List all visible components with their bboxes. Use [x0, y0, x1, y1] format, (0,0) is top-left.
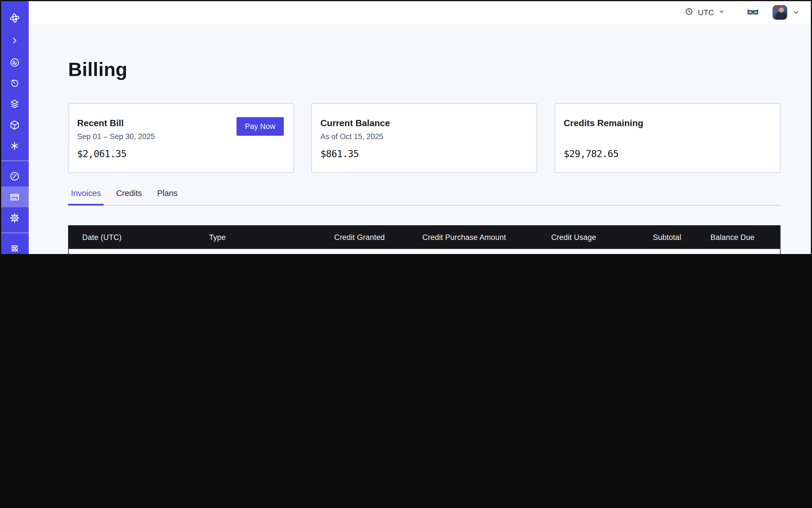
- sidebar-item-usage[interactable]: [0, 166, 29, 186]
- eye-spiral-icon: [9, 56, 20, 68]
- column-header-balance-due: Balance Due: [681, 226, 780, 249]
- page-title: Billing: [68, 58, 812, 81]
- column-header-date: Date (UTC): [69, 226, 209, 249]
- credit-card-icon: [9, 191, 20, 203]
- summary-cards: Recent Bill Sep 01 – Sep 30, 2025 $2,061…: [68, 103, 780, 173]
- history-clock-icon: [9, 77, 20, 89]
- helm-icon: [9, 243, 20, 254]
- 3d-glasses-icon[interactable]: [747, 7, 759, 17]
- sidebar-item-layers[interactable]: [0, 93, 29, 114]
- column-header-subtotal: Subtotal: [596, 226, 681, 249]
- sidebar-item-expand[interactable]: [0, 29, 29, 52]
- card-title: Credits Remaining: [564, 118, 771, 128]
- main-content: Billing Recent Bill Sep 01 – Sep 30, 202…: [29, 25, 812, 254]
- tab-invoices[interactable]: Invoices: [68, 189, 103, 205]
- column-header-credit-usage: Credit Usage: [506, 226, 596, 249]
- tab-credits[interactable]: Credits: [113, 189, 145, 205]
- sidebar-item-settings[interactable]: [0, 207, 29, 228]
- cube-icon: [9, 119, 20, 130]
- credits-remaining-card: Credits Remaining $29,782.65: [555, 103, 780, 173]
- column-header-type: Type: [209, 226, 316, 249]
- sidebar-item-services[interactable]: [0, 135, 29, 156]
- sidebar-item-support[interactable]: [0, 238, 29, 254]
- pay-now-button[interactable]: Pay Now: [237, 117, 284, 136]
- table-header-row: Date (UTC) Type Credit Granted Credit Pu…: [69, 226, 780, 249]
- invoices-table: Date (UTC) Type Credit Granted Credit Pu…: [68, 225, 780, 254]
- sidebar-item-resources[interactable]: [0, 114, 29, 135]
- topbar: UTC: [29, 0, 812, 25]
- recent-bill-amount: $2,061.35: [77, 148, 126, 159]
- billing-tabs: Invoices Credits Plans: [68, 189, 780, 206]
- sidebar-divider: [0, 161, 29, 161]
- chevron-down-icon: [718, 7, 725, 17]
- invoice-row: Sept 01 – 30, 2024 Cloud Usage Pending $…: [69, 249, 780, 254]
- column-header-credit-purchase-amount: Credit Purchase Amount: [385, 226, 506, 249]
- current-balance-amount: $861.35: [320, 148, 359, 159]
- chevron-right-icon: [9, 36, 19, 46]
- sidebar-item-billing[interactable]: [0, 186, 29, 207]
- clock-icon: [684, 6, 694, 18]
- user-avatar[interactable]: [773, 5, 787, 20]
- gear-icon: [9, 212, 20, 223]
- card-subtitle: As of Oct 15, 2025: [320, 132, 528, 141]
- invoice-table-body: Sept 01 – 30, 2024 Cloud Usage Pending $…: [69, 249, 780, 254]
- timezone-selector[interactable]: UTC: [684, 6, 725, 18]
- account-menu-chevron-icon[interactable]: [792, 8, 800, 16]
- sidebar: [0, 0, 29, 254]
- sidebar-logo[interactable]: [0, 7, 29, 29]
- asterisk-icon: [9, 140, 20, 151]
- column-header-credit-granted: Credit Granted: [316, 226, 385, 249]
- app-window: UTC Billing Recent Bill Sep 01 – Sep 30,…: [0, 0, 812, 254]
- timezone-label: UTC: [698, 8, 714, 17]
- sidebar-item-history[interactable]: [0, 73, 29, 93]
- layers-icon: [9, 98, 20, 110]
- sidebar-divider: [0, 232, 29, 233]
- recent-bill-card: Recent Bill Sep 01 – Sep 30, 2025 $2,061…: [68, 103, 294, 173]
- sidebar-item-observe[interactable]: [0, 52, 29, 73]
- credits-remaining-amount: $29,782.65: [564, 148, 618, 159]
- tab-plans[interactable]: Plans: [154, 189, 180, 205]
- gauge-icon: [9, 170, 20, 182]
- current-balance-card: Current Balance As of Oct 15, 2025 $861.…: [311, 103, 537, 173]
- card-title: Current Balance: [320, 118, 528, 128]
- orbit-logo-icon: [8, 12, 20, 24]
